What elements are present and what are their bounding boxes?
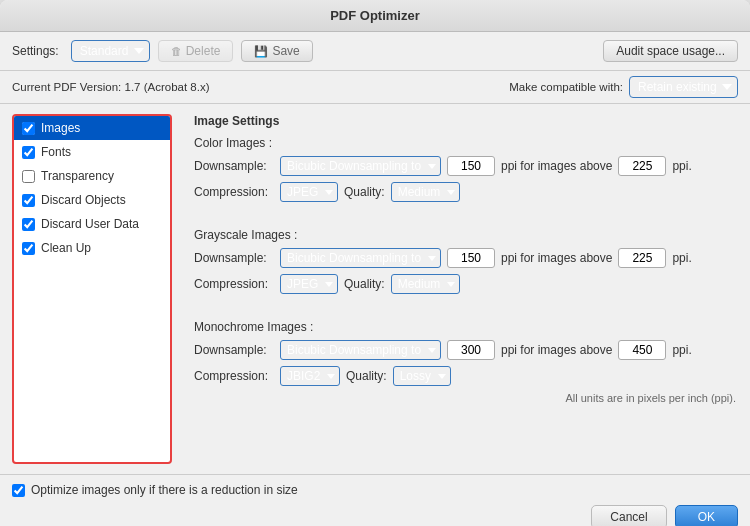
color-downsample-select[interactable]: Bicubic Downsampling to bbox=[280, 156, 441, 176]
gray-quality-select[interactable]: Medium bbox=[391, 274, 460, 294]
sidebar-item-transparency[interactable]: Transparency bbox=[14, 164, 170, 188]
discard-user-data-label: Discard User Data bbox=[41, 217, 139, 231]
title-bar: PDF Optimizer bbox=[0, 0, 750, 32]
color-compression-label: Compression: bbox=[194, 185, 274, 199]
sidebar-item-discard-objects[interactable]: Discard Objects bbox=[14, 188, 170, 212]
transparency-checkbox[interactable] bbox=[22, 170, 35, 183]
settings-select[interactable]: Standard bbox=[71, 40, 150, 62]
ok-button[interactable]: OK bbox=[675, 505, 738, 526]
make-compat-row: Make compatible with: Retain existing bbox=[509, 76, 738, 98]
color-downsample-label: Downsample: bbox=[194, 159, 274, 173]
gray-compression-label: Compression: bbox=[194, 277, 274, 291]
gray-downsample-label: Downsample: bbox=[194, 251, 274, 265]
images-checkbox[interactable] bbox=[22, 122, 35, 135]
ok-label: OK bbox=[698, 510, 715, 524]
mono-downsample-row: Downsample: Bicubic Downsampling to ppi … bbox=[194, 340, 736, 360]
sidebar-item-discard-user-data[interactable]: Discard User Data bbox=[14, 212, 170, 236]
current-pdf-version: Current PDF Version: 1.7 (Acrobat 8.x) bbox=[12, 81, 210, 93]
fonts-label: Fonts bbox=[41, 145, 71, 159]
mono-quality-select[interactable]: Lossy bbox=[393, 366, 451, 386]
color-quality-select[interactable]: Medium bbox=[391, 182, 460, 202]
fonts-checkbox[interactable] bbox=[22, 146, 35, 159]
mono-downsample-ppi-input[interactable] bbox=[447, 340, 495, 360]
color-images-row: Color Images : bbox=[194, 136, 736, 150]
gray-ppi-suffix: ppi. bbox=[672, 251, 691, 265]
cancel-button[interactable]: Cancel bbox=[591, 505, 666, 526]
audit-button[interactable]: Audit space usage... bbox=[603, 40, 738, 62]
color-compression-select[interactable]: JPEG bbox=[280, 182, 338, 202]
sidebar-item-fonts[interactable]: Fonts bbox=[14, 140, 170, 164]
mono-images-row: Monochrome Images : bbox=[194, 320, 736, 334]
units-note: All units are in pixels per inch (ppi). bbox=[194, 392, 736, 404]
cancel-label: Cancel bbox=[610, 510, 647, 524]
gray-above-ppi-input[interactable] bbox=[618, 248, 666, 268]
color-downsample-ppi-input[interactable] bbox=[447, 156, 495, 176]
mono-compression-row: Compression: JBIG2 Quality: Lossy bbox=[194, 366, 736, 386]
mono-above-ppi-input[interactable] bbox=[618, 340, 666, 360]
color-downsample-row: Downsample: Bicubic Downsampling to ppi … bbox=[194, 156, 736, 176]
gray-downsample-row: Downsample: Bicubic Downsampling to ppi … bbox=[194, 248, 736, 268]
gray-compression-row: Compression: JPEG Quality: Medium bbox=[194, 274, 736, 294]
discard-objects-label: Discard Objects bbox=[41, 193, 126, 207]
clean-up-label: Clean Up bbox=[41, 241, 91, 255]
color-ppi-for-label: ppi for images above bbox=[501, 159, 612, 173]
color-quality-label: Quality: bbox=[344, 185, 385, 199]
delete-button[interactable]: 🗑 Delete bbox=[158, 40, 234, 62]
transparency-label: Transparency bbox=[41, 169, 114, 183]
optimize-label: Optimize images only if there is a reduc… bbox=[31, 483, 298, 497]
make-compat-select[interactable]: Retain existing bbox=[629, 76, 738, 98]
floppy-icon: 💾 bbox=[254, 45, 268, 58]
sidebar-item-images[interactable]: Images bbox=[14, 116, 170, 140]
gray-compression-select[interactable]: JPEG bbox=[280, 274, 338, 294]
gray-quality-label: Quality: bbox=[344, 277, 385, 291]
mono-compression-label: Compression: bbox=[194, 369, 274, 383]
delete-label: Delete bbox=[186, 44, 221, 58]
color-above-ppi-input[interactable] bbox=[618, 156, 666, 176]
optimize-row: Optimize images only if there is a reduc… bbox=[12, 483, 738, 497]
grayscale-images-label: Grayscale Images : bbox=[194, 228, 297, 242]
main-content: Images Fonts Transparency Discard Object… bbox=[0, 104, 750, 474]
clean-up-checkbox[interactable] bbox=[22, 242, 35, 255]
gray-downsample-select[interactable]: Bicubic Downsampling to bbox=[280, 248, 441, 268]
version-bar: Current PDF Version: 1.7 (Acrobat 8.x) M… bbox=[0, 71, 750, 104]
mono-compression-select[interactable]: JBIG2 bbox=[280, 366, 340, 386]
images-label: Images bbox=[41, 121, 80, 135]
gray-ppi-for-label: ppi for images above bbox=[501, 251, 612, 265]
color-ppi-suffix: ppi. bbox=[672, 159, 691, 173]
dialog-title: PDF Optimizer bbox=[330, 8, 420, 23]
mono-downsample-select[interactable]: Bicubic Downsampling to bbox=[280, 340, 441, 360]
save-label: Save bbox=[272, 44, 299, 58]
trash-icon: 🗑 bbox=[171, 45, 182, 57]
mono-downsample-label: Downsample: bbox=[194, 343, 274, 357]
mono-quality-label: Quality: bbox=[346, 369, 387, 383]
mono-ppi-for-label: ppi for images above bbox=[501, 343, 612, 357]
settings-label: Settings: bbox=[12, 44, 59, 58]
image-settings-title: Image Settings bbox=[194, 114, 736, 128]
sidebar: Images Fonts Transparency Discard Object… bbox=[12, 114, 172, 464]
footer-buttons: Cancel OK bbox=[12, 505, 738, 526]
color-compression-row: Compression: JPEG Quality: Medium bbox=[194, 182, 736, 202]
content-panel: Image Settings Color Images : Downsample… bbox=[180, 104, 750, 474]
make-compat-label: Make compatible with: bbox=[509, 81, 623, 93]
pdf-optimizer-dialog: PDF Optimizer Settings: Standard 🗑 Delet… bbox=[0, 0, 750, 526]
sidebar-item-clean-up[interactable]: Clean Up bbox=[14, 236, 170, 260]
bottom-bar: Optimize images only if there is a reduc… bbox=[0, 474, 750, 526]
monochrome-images-label: Monochrome Images : bbox=[194, 320, 313, 334]
toolbar: Settings: Standard 🗑 Delete 💾 Save Audit… bbox=[0, 32, 750, 71]
discard-user-data-checkbox[interactable] bbox=[22, 218, 35, 231]
gray-downsample-ppi-input[interactable] bbox=[447, 248, 495, 268]
audit-label: Audit space usage... bbox=[616, 44, 725, 58]
discard-objects-checkbox[interactable] bbox=[22, 194, 35, 207]
optimize-checkbox[interactable] bbox=[12, 484, 25, 497]
color-images-label: Color Images : bbox=[194, 136, 272, 150]
save-button[interactable]: 💾 Save bbox=[241, 40, 312, 62]
mono-ppi-suffix: ppi. bbox=[672, 343, 691, 357]
gray-images-row: Grayscale Images : bbox=[194, 228, 736, 242]
